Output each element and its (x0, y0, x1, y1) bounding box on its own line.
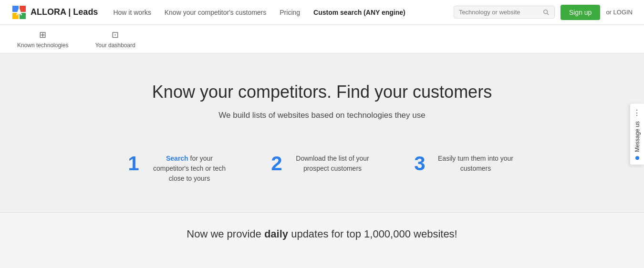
step-1: 1 Search for your competitor's tech or t… (126, 154, 231, 184)
dashboard-label: Your dashboard (95, 42, 135, 49)
daily-updates-section: Now we provide daily updates for top 1,0… (0, 213, 644, 256)
svg-text:A: A (16, 8, 22, 17)
daily-updates-bold: daily (264, 228, 288, 240)
nav-how-it-works[interactable]: How it works (113, 9, 151, 16)
step-1-number: 1 (126, 154, 141, 174)
search-box[interactable] (454, 6, 555, 19)
nav-competitors-customers[interactable]: Know your competitor's customers (165, 9, 267, 16)
signup-button[interactable]: Sign up (561, 5, 600, 20)
hero-headline: Know your competitors. Find your custome… (11, 82, 633, 102)
step-2: 2 Download the list of your prospect cus… (270, 154, 374, 184)
known-tech-label: Known technologies (17, 42, 68, 49)
step-2-content: Download the list of your prospect custo… (291, 154, 374, 174)
logo[interactable]: A ALLORA | Leads (11, 5, 98, 20)
message-us-label: Message us (634, 121, 641, 152)
svg-line-6 (547, 13, 549, 15)
steps-container: 1 Search for your competitor's tech or t… (11, 144, 633, 188)
step-1-content: Search for your competitor's tech or tec… (147, 154, 231, 184)
or-login[interactable]: or LOGIN (606, 9, 633, 16)
step-2-text: Download the list of your prospect custo… (296, 155, 369, 172)
nav-custom-search[interactable]: Custom search (ANY engine) (313, 9, 405, 16)
step-3-text: Easily turn them into your customers (438, 155, 513, 172)
secondary-nav: ⊞ Known technologies ⊡ Your dashboard (0, 25, 644, 53)
step-3-number: 3 (413, 154, 427, 174)
search-icon (543, 9, 550, 16)
step-1-highlight: Search (166, 155, 188, 162)
hero-section: Know your competitors. Find your custome… (0, 53, 644, 212)
hero-subheadline: We build lists of websites based on tech… (11, 111, 633, 120)
logo-icon: A (11, 5, 27, 20)
nav-known-technologies[interactable]: ⊞ Known technologies (11, 26, 74, 52)
message-us-indicator (635, 156, 639, 160)
logo-text: ALLORA | Leads (31, 7, 98, 17)
step-2-number: 2 (270, 154, 284, 174)
step-3: 3 Easily turn them into your customers (413, 154, 518, 184)
grid-icon: ⊞ (39, 30, 46, 40)
dashboard-icon: ⊡ (112, 30, 119, 40)
top-nav: A ALLORA | Leads How it works Know your … (0, 0, 644, 25)
nav-pricing[interactable]: Pricing (280, 9, 300, 16)
nav-dashboard[interactable]: ⊡ Your dashboard (89, 26, 141, 52)
message-us-tab[interactable]: ⋮ Message us (630, 103, 644, 165)
svg-point-5 (544, 10, 548, 13)
message-us-dots-icon: ⋮ (633, 108, 641, 117)
top-nav-links: How it works Know your competitor's cust… (113, 9, 454, 16)
daily-updates-after: updates for top 1,000,000 websites! (288, 228, 457, 240)
search-input[interactable] (459, 9, 540, 16)
daily-updates-before: Now we provide (187, 228, 264, 240)
nav-right: Sign up or LOGIN (454, 5, 633, 20)
step-1-text: for your competitor's tech or tech close… (153, 155, 226, 182)
step-3-content: Easily turn them into your customers (434, 154, 518, 174)
